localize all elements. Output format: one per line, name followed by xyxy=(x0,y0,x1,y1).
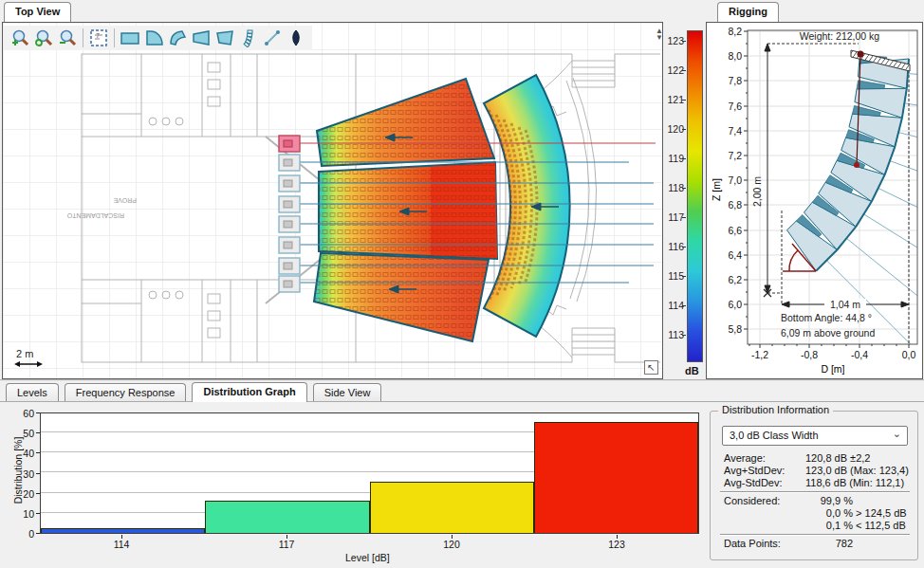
colorbar-tick: 114 xyxy=(663,300,684,311)
colorbar-tick: 120 xyxy=(663,123,684,135)
tab-levels[interactable]: Levels xyxy=(6,383,59,402)
stat-value-suffix: > 124,5 dB xyxy=(856,507,907,519)
splitter-handle[interactable]: ▲▼ xyxy=(656,27,663,41)
tab-top-view[interactable]: Top View xyxy=(4,2,71,22)
ytick: 40 xyxy=(9,448,34,459)
rigging-xaxis-label: D [m] xyxy=(821,363,844,375)
stat-value: 123,0 dB (Max: 123,4) xyxy=(805,465,909,476)
stat-label: Average: xyxy=(724,452,766,464)
histogram-bar-117[interactable] xyxy=(205,501,369,533)
svg-text:6,6: 6,6 xyxy=(728,225,742,236)
top-view-map-panel[interactable]: PROVE RISCALDAMENTO xyxy=(2,22,663,379)
rigging-chart: 8,2 8,0 7,8 7,6 7,4 7,2 7,0 6,8 6,6 6,4 … xyxy=(707,23,922,378)
svg-text:6,8: 6,8 xyxy=(728,199,742,211)
colorbar-tick: 119 xyxy=(663,153,684,164)
tab-levels-label: Levels xyxy=(17,387,47,398)
svg-text:7,0: 7,0 xyxy=(728,174,742,186)
ytick: 10 xyxy=(9,508,34,520)
stat-label: Data Points: xyxy=(724,538,781,549)
rigging-panel[interactable]: 8,2 8,0 7,8 7,6 7,4 7,2 7,0 6,8 6,6 6,4 … xyxy=(706,22,923,379)
restore-view-button[interactable]: ↖ xyxy=(644,360,658,375)
colorbar-tick: 113 xyxy=(663,329,684,340)
xtick: 120 xyxy=(433,539,471,550)
stat-value: 0,1 % xyxy=(805,520,853,531)
chart-xaxis-label: Level [dB] xyxy=(345,552,390,563)
room-label-prove: PROVE xyxy=(113,197,137,204)
weight-label: Weight: 212,00 kg xyxy=(800,30,880,42)
svg-text:6,2: 6,2 xyxy=(728,274,742,285)
map-scale-indicator: 2 m xyxy=(14,348,43,371)
tab-frequency-response[interactable]: Frequency Response xyxy=(65,383,187,402)
topview-tabbar: Top View xyxy=(4,2,74,22)
stat-label: Avg+StdDev: xyxy=(724,465,785,476)
svg-text:7,2: 7,2 xyxy=(728,150,742,161)
tab-top-view-label: Top View xyxy=(15,6,60,17)
rect-area-tool-icon[interactable] xyxy=(120,27,140,48)
svg-text:7,4: 7,4 xyxy=(728,125,742,137)
svg-text:7,8: 7,8 xyxy=(728,75,742,86)
svg-text:8,2: 8,2 xyxy=(728,26,742,37)
bottom-angle-label: Bottom Angle: 44,8 ° xyxy=(781,312,872,323)
trapezoid-area-tool-icon[interactable] xyxy=(191,27,212,48)
stat-value: 0,0 % xyxy=(805,507,853,519)
venue-map: PROVE RISCALDAMENTO xyxy=(3,23,662,378)
colorbar-tick: 116 xyxy=(663,241,684,252)
svg-text:0,0: 0,0 xyxy=(902,349,916,360)
histogram-bar-120[interactable] xyxy=(370,482,534,533)
xtick: 123 xyxy=(598,539,636,550)
distribution-information-groupbox: Distribution Information 3,0 dB Class Wi… xyxy=(710,411,918,560)
arc-area-tool-icon[interactable] xyxy=(167,27,188,48)
stat-value-suffix: < 112,5 dB xyxy=(856,520,906,531)
tab-distribution-graph[interactable]: Distribution Graph xyxy=(192,382,306,402)
tab-side-view[interactable]: Side View xyxy=(313,383,382,402)
listener-tool-icon[interactable] xyxy=(286,27,306,48)
distance-tool-icon[interactable] xyxy=(262,27,283,48)
colorbar-tick: 118 xyxy=(663,182,684,193)
scale-label: 2 m xyxy=(14,348,43,359)
stat-value: 120,8 dB ±2,2 xyxy=(805,452,870,464)
svg-text:7,6: 7,6 xyxy=(728,101,742,112)
tab-frequency-response-label: Frequency Response xyxy=(76,387,176,398)
colorbar: ▲▼ 123 122 121 120 119 118 117 116 115 1… xyxy=(664,22,706,379)
quad-area-tool-icon[interactable] xyxy=(214,27,235,48)
quarter-area-tool-icon[interactable] xyxy=(143,27,164,48)
zoom-out-icon[interactable] xyxy=(33,27,54,48)
stat-value: 118,6 dB (Min: 112,1) xyxy=(805,477,904,488)
colorbar-tick: 117 xyxy=(663,211,684,223)
svg-text:8,0: 8,0 xyxy=(728,50,742,62)
select-area-icon[interactable]: 7 xyxy=(88,27,109,48)
width-dimension-label: 1,04 m xyxy=(830,299,860,310)
stat-label: Considered: xyxy=(724,495,780,506)
colorbar-tick: 115 xyxy=(663,270,684,282)
height-dimension-label: 2,00 m xyxy=(751,176,763,207)
tab-rigging[interactable]: Rigging xyxy=(717,2,779,22)
rigging-tabbar: Rigging xyxy=(717,2,782,22)
svg-text:6,0: 6,0 xyxy=(728,299,742,310)
distribution-graph-pane: Distribution [%] 60 50 40 30 20 10 0 114… xyxy=(0,401,924,568)
class-width-value: 3,0 dB Class Width xyxy=(730,430,819,441)
colorbar-tick: 122 xyxy=(663,64,684,76)
map-toolbar: 7 xyxy=(4,26,312,50)
histogram-bar-114[interactable] xyxy=(41,528,205,533)
line-array-tool-icon[interactable] xyxy=(238,27,259,48)
chart-plot-area xyxy=(40,412,699,534)
colorbar-unit-label: dB xyxy=(685,365,699,376)
svg-text:6,4: 6,4 xyxy=(728,249,742,261)
colorbar-tick: 121 xyxy=(663,94,684,105)
xtick: 114 xyxy=(102,539,140,550)
room-label-riscaldamento: RISCALDAMENTO xyxy=(66,212,124,219)
tab-rigging-label: Rigging xyxy=(729,6,767,17)
colorbar-tick: 123 xyxy=(663,35,684,46)
horizontal-splitter[interactable] xyxy=(0,379,924,381)
chevron-down-icon: ⌄ xyxy=(893,428,901,440)
class-width-select[interactable]: 3,0 dB Class Width ⌄ xyxy=(722,426,908,446)
rigging-yaxis-label: Z [m] xyxy=(711,178,722,201)
zoom-in-icon[interactable] xyxy=(9,27,30,48)
histogram-bar-123[interactable] xyxy=(534,422,698,533)
xtick: 117 xyxy=(268,539,305,550)
groupbox-title: Distribution Information xyxy=(718,404,833,415)
zoom-window-icon[interactable] xyxy=(57,27,78,48)
ytick: 60 xyxy=(9,408,34,419)
ytick: 0 xyxy=(9,528,34,540)
tab-distribution-graph-label: Distribution Graph xyxy=(203,386,295,397)
